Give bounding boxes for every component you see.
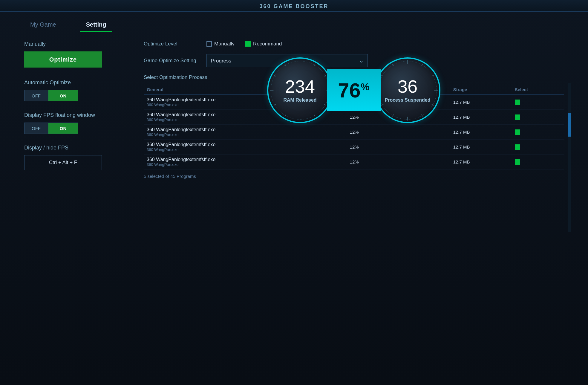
svg-line-22 [381, 75, 383, 76]
process-select-cell[interactable] [512, 155, 564, 169]
cpu-dial: 36 Process Suspended [375, 57, 440, 123]
display-fps-section: Display FPS floationg window OFF ON [24, 112, 126, 134]
process-cpu: 12% [347, 140, 450, 155]
hotkey-box[interactable]: Ctrl + Alt + F [24, 155, 102, 170]
process-sub-name: 360 WangPan.exe [147, 147, 344, 152]
fps-toggle: OFF ON [24, 123, 84, 134]
process-sub-name: 360 WangPan.exe [147, 162, 344, 167]
process-name-cell: 360 WangPanlongtextemfsff.exe 360 WangPa… [144, 125, 347, 140]
cpu-number: 36 [398, 78, 418, 96]
nav-tabs: My Game Setting [0, 18, 588, 32]
cpu-dial-ticks [376, 59, 439, 122]
cpu-label: Process Suspended [385, 97, 431, 103]
process-name-cell: 360 WangPanlongtextemfsff.exe 360 WangPa… [144, 140, 347, 155]
title-bar: 360 GAME BOOSTER [0, 0, 588, 12]
recommand-checkbox[interactable] [245, 41, 251, 47]
process-select-cell[interactable] [512, 110, 564, 125]
ram-dial-ticks [268, 59, 332, 122]
table-row: 360 WangPanlongtextemfsff.exe 360 WangPa… [144, 140, 564, 155]
process-select-cell[interactable] [512, 140, 564, 155]
optimize-button[interactable]: Optimize [24, 51, 102, 68]
svg-line-23 [392, 64, 393, 66]
manually-option[interactable]: Manually [206, 41, 235, 47]
scrollbar-thumb[interactable] [568, 113, 571, 137]
svg-line-2 [324, 75, 326, 76]
auto-optimize-toggle: OFF ON [24, 90, 84, 101]
svg-line-4 [324, 104, 326, 106]
process-storage: 12.7 MB [450, 140, 512, 155]
ram-dial: 234 RAM Released [267, 57, 333, 123]
manually-label: Manually [24, 41, 126, 47]
svg-line-5 [314, 114, 315, 117]
col-storage: Strage [450, 85, 512, 95]
process-name-cell: 360 WangPanlongtextemfsff.exe 360 WangPa… [144, 155, 347, 169]
process-main-name: 360 WangPanlongtextemfsff.exe [147, 142, 344, 147]
overlay-popup: 234 RAM Released 76% [267, 57, 440, 123]
process-storage: 12.7 MB [450, 110, 512, 125]
process-select-icon[interactable] [515, 144, 520, 150]
right-panel: Optimize Level Manually Recommand Game O… [144, 41, 564, 181]
svg-line-13 [422, 64, 423, 66]
center-banner: 76% [327, 69, 381, 111]
svg-line-14 [432, 75, 434, 76]
process-select-icon[interactable] [515, 159, 520, 165]
process-sub-name: 360 WangPan.exe [147, 132, 344, 137]
process-cpu: 12% [347, 125, 450, 140]
auto-optimize-label: Automatic Optimize [24, 80, 126, 86]
toggle-off-fps[interactable]: OFF [24, 123, 48, 134]
optimize-level-options: Manually Recommand [206, 41, 282, 47]
svg-line-11 [285, 64, 286, 66]
app-container: 360 GAME BOOSTER My Game Setting Manuall… [0, 0, 588, 385]
process-storage: 12.7 MB [450, 155, 512, 169]
optimize-level-row: Optimize Level Manually Recommand [144, 41, 564, 47]
app-title: 360 GAME BOOSTER [259, 3, 328, 10]
toggle-on-fps[interactable]: ON [48, 123, 78, 134]
svg-line-8 [274, 104, 276, 106]
hide-fps-section: Display / hide FPS Ctrl + Alt + F [24, 145, 126, 170]
main-layout: Manually Optimize Automatic Optimize OFF… [0, 32, 588, 190]
table-row: 360 WangPanlongtextemfsff.exe 360 WangPa… [144, 125, 564, 140]
tab-my-game[interactable]: My Game [24, 18, 62, 32]
ram-dial-container: 234 RAM Released [267, 57, 333, 123]
game-optimize-label: Game Optimize Setting [144, 58, 197, 64]
svg-line-7 [285, 114, 286, 117]
process-select-icon[interactable] [515, 114, 520, 120]
process-select-icon[interactable] [515, 129, 520, 135]
table-row: 360 WangPanlongtextemfsff.exe 360 WangPa… [144, 155, 564, 169]
hide-fps-label: Display / hide FPS [24, 145, 126, 151]
tab-setting[interactable]: Setting [80, 18, 112, 32]
col-select: Select [512, 85, 564, 95]
ram-number: 234 [285, 78, 315, 96]
left-panel: Manually Optimize Automatic Optimize OFF… [24, 41, 126, 181]
process-select-cell[interactable] [512, 95, 564, 110]
svg-line-10 [274, 75, 276, 76]
display-fps-label: Display FPS floationg window [24, 112, 126, 118]
process-select-icon[interactable] [515, 100, 520, 105]
toggle-on-auto[interactable]: ON [48, 90, 78, 101]
cpu-dial-container: 36 Process Suspended [375, 57, 440, 123]
process-select-cell[interactable] [512, 125, 564, 140]
selected-count: 5 selected of 45 Programs [144, 174, 564, 179]
ram-label: RAM Released [283, 97, 316, 103]
svg-line-17 [422, 114, 423, 117]
toggle-off-auto[interactable]: OFF [24, 90, 48, 101]
banner-percent-value: 76% [338, 80, 370, 100]
svg-line-20 [381, 104, 383, 106]
process-storage: 12.7 MB [450, 125, 512, 140]
scrollbar-track [568, 83, 571, 232]
optimize-level-label: Optimize Level [144, 41, 197, 47]
process-main-name: 360 WangPanlongtextemfsff.exe [147, 157, 344, 162]
recommand-option[interactable]: Recommand [245, 41, 282, 47]
manually-checkbox[interactable] [206, 41, 212, 47]
svg-line-16 [432, 104, 434, 106]
svg-line-19 [392, 114, 393, 117]
process-main-name: 360 WangPanlongtextemfsff.exe [147, 127, 344, 132]
auto-optimize-section: Automatic Optimize OFF ON [24, 80, 126, 101]
svg-line-1 [314, 64, 315, 66]
process-storage: 12.7 MB [450, 95, 512, 110]
process-cpu: 12% [347, 155, 450, 169]
